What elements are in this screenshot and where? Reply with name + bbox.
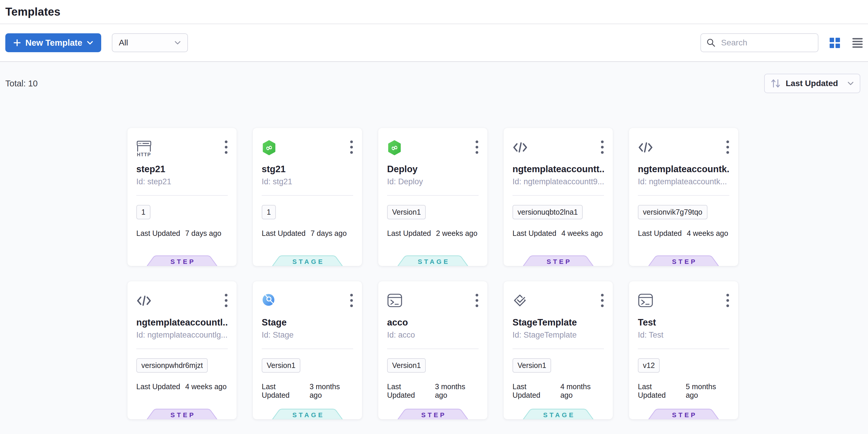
- last-updated: Last Updated 3 months ago: [387, 382, 478, 400]
- custom-stage-icon: [262, 293, 275, 308]
- template-id: Id: StageTemplate: [513, 331, 604, 340]
- card-menu-button[interactable]: [222, 293, 230, 308]
- template-type-label: STEP: [523, 255, 594, 266]
- template-type-ribbon: STAGE: [523, 409, 594, 419]
- kebab-menu-icon: [726, 294, 729, 307]
- template-cards-grid: HTTP step21 Id: step21 1 Last Updated 7 …: [127, 128, 738, 419]
- search-box[interactable]: [701, 33, 818, 52]
- template-name: ngtemplateaccountt...: [513, 164, 604, 174]
- chevron-down-icon: [87, 41, 93, 45]
- card-menu-button[interactable]: [724, 139, 732, 155]
- last-updated: Last Updated 4 months ago: [513, 382, 604, 400]
- sort-dropdown[interactable]: Last Updated: [764, 74, 860, 93]
- card-menu-button[interactable]: [598, 139, 606, 155]
- kebab-menu-icon: [350, 140, 353, 154]
- template-type-ribbon: STAGE: [397, 255, 468, 266]
- kebab-menu-icon: [475, 140, 478, 154]
- approval-stage-icon: [513, 293, 527, 309]
- template-id: Id: ngtemplateaccountlg...: [136, 331, 228, 340]
- card-menu-button[interactable]: [347, 139, 355, 155]
- template-card[interactable]: ngtemplateaccountt... Id: ngtemplateacco…: [504, 128, 613, 266]
- filter-value: All: [119, 38, 128, 47]
- template-card[interactable]: acco Id: acco Version1 Last Updated 3 mo…: [378, 281, 487, 419]
- kebab-menu-icon: [475, 294, 478, 307]
- last-updated-value: 7 days ago: [311, 229, 347, 238]
- http-step-icon: HTTP: [136, 140, 152, 158]
- last-updated-label: Last Updated: [638, 382, 681, 400]
- template-card[interactable]: Test Id: Test v12 Last Updated 5 months …: [629, 281, 738, 419]
- template-id: Id: Stage: [262, 331, 353, 340]
- last-updated: Last Updated 2 weeks ago: [387, 229, 478, 238]
- template-type-label: STEP: [147, 409, 217, 419]
- card-divider: [513, 195, 604, 196]
- last-updated-label: Last Updated: [136, 382, 180, 391]
- template-type-label: STAGE: [397, 255, 468, 266]
- new-template-button[interactable]: New Template: [5, 33, 101, 52]
- last-updated-label: Last Updated: [387, 229, 431, 238]
- list-view-button[interactable]: [851, 37, 864, 49]
- last-updated-value: 3 months ago: [309, 382, 353, 400]
- kebab-menu-icon: [224, 140, 228, 154]
- last-updated-value: 4 months ago: [560, 382, 604, 400]
- template-name: StageTemplate: [513, 317, 604, 328]
- chevron-down-icon: [174, 41, 181, 45]
- card-divider: [387, 195, 478, 196]
- template-id: Id: step21: [136, 177, 228, 186]
- card-divider: [136, 195, 228, 196]
- filter-dropdown[interactable]: All: [112, 33, 188, 52]
- version-badge: Version1: [262, 358, 300, 373]
- template-card[interactable]: Stage Id: Stage Version1 Last Updated 3 …: [253, 281, 362, 419]
- template-id: Id: Deploy: [387, 177, 478, 186]
- template-name: step21: [136, 164, 228, 174]
- kebab-menu-icon: [601, 140, 604, 154]
- grid-view-icon: [830, 38, 840, 48]
- last-updated-label: Last Updated: [262, 229, 306, 238]
- template-card[interactable]: ∞ stg21 Id: stg21 1 Last Updated 7 days …: [253, 128, 362, 266]
- kebab-menu-icon: [601, 294, 604, 307]
- card-menu-button[interactable]: [473, 293, 481, 308]
- card-divider: [136, 348, 228, 349]
- version-badge: Version1: [387, 358, 426, 373]
- template-card[interactable]: ngtemplateaccountl... Id: ngtemplateacco…: [127, 281, 237, 419]
- card-menu-button[interactable]: [222, 139, 230, 155]
- sort-arrows-icon: [771, 79, 781, 88]
- template-type-ribbon: STEP: [648, 409, 719, 419]
- card-menu-button[interactable]: [724, 293, 732, 308]
- last-updated-value: 7 days ago: [185, 229, 221, 238]
- card-menu-button[interactable]: [473, 139, 481, 155]
- last-updated-value: 4 weeks ago: [687, 229, 728, 238]
- card-divider: [262, 348, 353, 349]
- template-type-label: STEP: [397, 409, 468, 419]
- template-card[interactable]: HTTP step21 Id: step21 1 Last Updated 7 …: [127, 128, 237, 266]
- template-card[interactable]: ∞ Deploy Id: Deploy Version1 Last Update…: [378, 128, 487, 266]
- sort-label: Last Updated: [786, 79, 838, 88]
- card-menu-button[interactable]: [347, 293, 355, 308]
- template-id: Id: acco: [387, 331, 478, 340]
- template-card[interactable]: ngtemplateaccountk... Id: ngtemplateacco…: [629, 128, 738, 266]
- template-type-label: STAGE: [523, 409, 594, 419]
- kebab-menu-icon: [726, 140, 729, 154]
- card-menu-button[interactable]: [598, 293, 606, 308]
- chevron-down-icon: [847, 81, 854, 86]
- template-type-ribbon: STEP: [523, 255, 594, 266]
- grid-view-button[interactable]: [829, 37, 841, 49]
- card-divider: [638, 195, 729, 196]
- last-updated: Last Updated 5 months ago: [638, 382, 729, 400]
- cd-stage-icon: ∞: [262, 140, 276, 157]
- template-type-label: STAGE: [272, 255, 343, 266]
- template-card[interactable]: StageTemplate Id: StageTemplate Version1…: [504, 281, 613, 419]
- template-type-ribbon: STAGE: [272, 255, 343, 266]
- template-type-ribbon: STEP: [147, 409, 217, 419]
- template-name: ngtemplateaccountk...: [638, 164, 729, 174]
- template-id: Id: Test: [638, 331, 729, 340]
- content-area: Total: 10 Last Updated HTTP: [0, 62, 868, 434]
- version-badge: versionvik7g79tqo: [638, 205, 708, 220]
- last-updated-value: 4 weeks ago: [185, 382, 226, 391]
- last-updated: Last Updated 4 weeks ago: [136, 382, 228, 391]
- search-input[interactable]: [720, 38, 812, 48]
- plus-icon: [13, 39, 21, 46]
- terminal-icon: [638, 293, 653, 309]
- template-name: ngtemplateaccountl...: [136, 317, 228, 328]
- template-type-label: STEP: [147, 255, 217, 266]
- kebab-menu-icon: [350, 294, 353, 307]
